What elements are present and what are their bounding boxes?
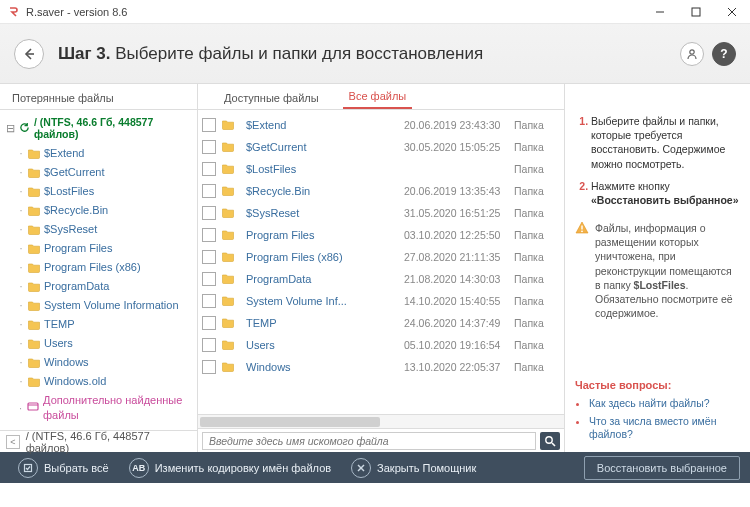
folder-icon [222,207,240,220]
file-checkbox[interactable] [202,250,216,264]
window-title: R.saver - version 8.6 [26,6,642,18]
folder-icon [222,141,240,154]
faq-panel: Частые вопросы: Как здесь найти файлы? Ч… [575,379,740,446]
select-all-button[interactable]: Выбрать всё [10,454,117,482]
folder-icon [28,338,40,349]
tree-folder-item[interactable]: ·TEMP [6,315,193,334]
tree-dot-icon: · [18,298,24,313]
user-button[interactable] [680,42,704,66]
file-checkbox[interactable] [202,184,216,198]
tree-item-label: Windows.old [44,374,106,389]
tree-root-label: / (NTFS, 46.6 Гб, 448577 файлов) [34,116,193,140]
encoding-icon: АВ [129,458,149,478]
file-row[interactable]: $Recycle.Bin20.06.2019 13:35:43Папка [198,180,564,202]
expand-icon[interactable]: ⊟ [6,122,15,134]
folder-icon [222,339,240,352]
file-checkbox[interactable] [202,360,216,374]
tree-dot-icon: · [18,241,24,256]
file-checkbox[interactable] [202,162,216,176]
search-input[interactable] [202,432,536,450]
file-row[interactable]: Program Files (x86)27.08.2020 21:11:35Па… [198,246,564,268]
tree-item-label: Program Files [44,241,112,256]
folder-icon [222,229,240,242]
tree-back-button[interactable]: < [6,435,20,449]
file-name: TEMP [246,317,404,329]
instruction-step-2: Нажмите кнопку «Восстановить выбранное» [591,179,740,207]
tree-folder-item[interactable]: ·$GetCurrent [6,163,193,182]
check-icon [18,458,38,478]
tree-folder-item[interactable]: ·Users [6,334,193,353]
file-checkbox[interactable] [202,118,216,132]
faq-link-find-files[interactable]: Как здесь найти файлы? [589,397,740,411]
file-date: 05.10.2020 19:16:54 [404,339,514,351]
tree-folder-item[interactable]: ·Windows.old [6,372,193,391]
tree-root[interactable]: ⊟ / (NTFS, 46.6 Гб, 448577 файлов) [6,116,193,140]
file-row[interactable]: $SysReset31.05.2020 16:51:25Папка [198,202,564,224]
tree-path: / (NTFS, 46.6 Гб, 448577 файлов) [26,430,191,454]
file-date: 20.06.2019 13:35:43 [404,185,514,197]
warning-text: Файлы, информация о размещении которых у… [595,221,740,320]
restore-selected-button[interactable]: Восстановить выбранное [584,456,740,480]
tab-lost-files[interactable]: Потерянные файлы [6,87,120,109]
tree-folder-item[interactable]: ·Program Files [6,239,193,258]
file-row[interactable]: $Extend20.06.2019 23:43:30Папка [198,114,564,136]
tree-dot-icon: · [18,336,24,351]
file-row[interactable]: ProgramData21.08.2020 14:30:03Папка [198,268,564,290]
tree-folder-item[interactable]: ·ProgramData [6,277,193,296]
tab-all[interactable]: Все файлы [343,85,413,109]
search-button[interactable] [540,432,560,450]
folder-icon [28,167,40,178]
back-button[interactable] [14,39,44,69]
file-checkbox[interactable] [202,316,216,330]
file-name: Program Files (x86) [246,251,404,263]
file-checkbox[interactable] [202,228,216,242]
folder-icon [222,251,240,264]
tree-folder-item[interactable]: ·Program Files (x86) [6,258,193,277]
folder-icon [222,273,240,286]
file-row[interactable]: $GetCurrent30.05.2020 15:05:25Папка [198,136,564,158]
tree-dot-icon: · [18,355,24,370]
page-title: Шаг 3. Выберите файлы и папки для восста… [58,44,483,64]
tree-folder-item[interactable]: ·Windows [6,353,193,372]
file-row[interactable]: System Volume Inf...14.10.2020 15:40:55П… [198,290,564,312]
file-type: Папка [514,119,558,131]
file-row[interactable]: Users05.10.2020 19:16:54Папка [198,334,564,356]
file-list-scrollbar[interactable] [198,414,564,428]
tree-folder-item[interactable]: ·$Extend [6,144,193,163]
file-type: Папка [514,185,558,197]
file-checkbox[interactable] [202,272,216,286]
file-type: Папка [514,273,558,285]
window-close-button[interactable] [714,0,750,24]
folder-icon [28,357,40,368]
faq-link-numbers[interactable]: Что за числа вместо имён файлов? [589,415,740,442]
tree-extra-found[interactable]: · Дополнительно найденные файлы [6,391,193,425]
folder-icon [28,186,40,197]
tree-item-label: Windows [44,355,89,370]
file-checkbox[interactable] [202,294,216,308]
tree-dot-icon: · [18,317,24,332]
file-row[interactable]: Program Files03.10.2020 12:25:50Папка [198,224,564,246]
window-minimize-button[interactable] [642,0,678,24]
file-type: Папка [514,295,558,307]
close-assistant-button[interactable]: Закрыть Помощник [343,454,484,482]
tree-folder-item[interactable]: ·$Recycle.Bin [6,201,193,220]
file-row[interactable]: TEMP24.06.2020 14:37:49Папка [198,312,564,334]
tree-folder-item[interactable]: ·$LostFiles [6,182,193,201]
help-button[interactable]: ? [712,42,736,66]
file-checkbox[interactable] [202,338,216,352]
change-encoding-button[interactable]: АВ Изменить кодировку имён файлов [121,454,339,482]
file-type: Папка [514,229,558,241]
tree-folder-item[interactable]: ·$SysReset [6,220,193,239]
file-name: $Extend [246,119,404,131]
tab-available[interactable]: Доступные файлы [218,87,325,109]
file-row[interactable]: $LostFilesПапка [198,158,564,180]
svg-point-7 [546,436,552,442]
tree-folder-item[interactable]: ·System Volume Information [6,296,193,315]
file-type: Папка [514,251,558,263]
file-checkbox[interactable] [202,140,216,154]
file-row[interactable]: Windows13.10.2020 22:05:37Папка [198,356,564,378]
file-checkbox[interactable] [202,206,216,220]
window-maximize-button[interactable] [678,0,714,24]
folder-icon [28,319,40,330]
folder-icon [222,295,240,308]
